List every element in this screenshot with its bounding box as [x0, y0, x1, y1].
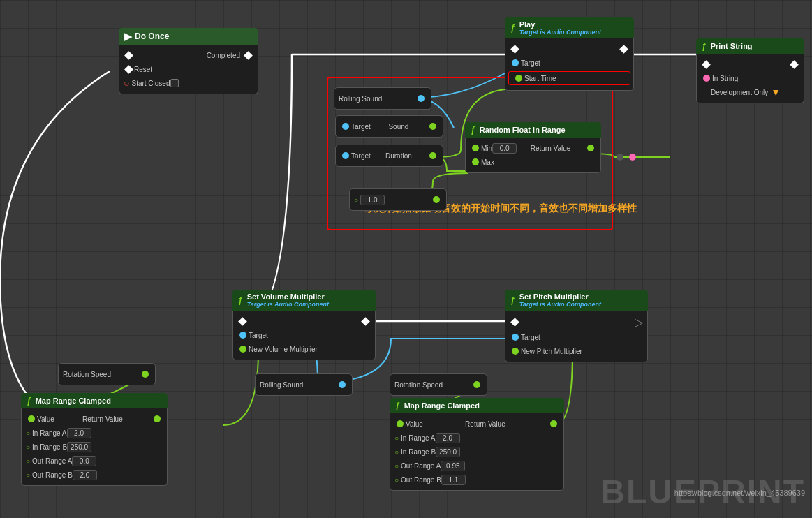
print-instring-pin — [703, 75, 710, 82]
play-exec-out — [619, 45, 628, 54]
mr1-inb-label: In Range B — [32, 443, 67, 451]
setpitch-newpitch-label: New Pitch Multiplier — [521, 348, 582, 355]
rolling-sound-1-label: Rolling Sound — [339, 95, 382, 103]
svg-point-1 — [629, 154, 636, 161]
rolling-sound-1-pin — [418, 95, 425, 102]
get-sound-sound-label: Sound — [388, 123, 408, 131]
print-devonly-label: Development Only — [701, 89, 768, 96]
svg-point-0 — [617, 154, 623, 161]
random-f-icon: ƒ — [471, 125, 475, 135]
play-title: Play — [519, 20, 601, 29]
random-float-node: ƒ Random Float in Range Min 0.0 Return V… — [465, 122, 601, 173]
mr2-return-pin — [550, 420, 557, 427]
rolling-sound-1-node: Rolling Sound — [334, 87, 431, 110]
print-instring-label: In String — [712, 75, 738, 82]
random-return-pin — [587, 145, 594, 151]
mr2-outa-label: Out Range A — [401, 462, 441, 470]
setvol-title: Set Volume Multiplier — [247, 293, 329, 301]
play-exec-in — [510, 45, 519, 54]
mr2-value-pin — [397, 420, 404, 427]
url-text: https://blog.csdn.net/weixin_45389639 — [674, 489, 805, 497]
map-range-2-node: ƒ Map Range Clamped Value Return Value ○… — [390, 398, 564, 491]
play-starttime-label: Start Time — [524, 75, 556, 82]
get-duration-node: Target Duration — [335, 145, 443, 167]
do-once-exec-in — [124, 51, 133, 60]
value-1-out — [433, 196, 440, 203]
mr1-return-pin — [154, 415, 161, 422]
maprange2-f-icon: ƒ — [395, 401, 400, 410]
rotation-speed-1-label: Rotation Speed — [63, 371, 111, 378]
get-sound-out — [429, 123, 436, 130]
setvol-f-icon: ƒ — [238, 295, 243, 305]
setpitch-exec-in — [510, 318, 519, 327]
rolling-sound-2-pin — [339, 381, 346, 388]
print-title: Print String — [711, 42, 753, 50]
do-once-icon: ▶ — [124, 31, 132, 42]
rotation-speed-2-pin — [473, 381, 480, 388]
do-once-exec-out — [244, 51, 253, 60]
get-duration-out — [429, 152, 436, 159]
mr1-outb-val[interactable]: 2.0 — [73, 470, 97, 480]
mr1-return-label: Return Value — [82, 415, 123, 423]
maprange1-title: Map Range Clamped — [36, 397, 111, 405]
start-closed-label: Start Closed — [131, 80, 170, 87]
mr1-outa-label: Out Range A — [32, 457, 72, 465]
rolling-sound-2-node: Rolling Sound — [255, 373, 353, 396]
rotation-speed-1-pin — [142, 371, 149, 378]
setpitch-newpitch-pin — [512, 348, 519, 355]
mr2-value-label: Value — [406, 420, 423, 428]
set-volume-node: ƒ Set Volume Multiplier Target is Audio … — [232, 290, 376, 360]
play-starttime-pin — [515, 75, 522, 82]
setvol-subtitle: Target is Audio Component — [247, 301, 329, 308]
setvol-exec-in — [238, 317, 247, 326]
setpitch-title: Set Pitch Multiplier — [519, 293, 601, 301]
completed-label: Completed — [207, 52, 240, 59]
do-once-node: ▶ Do Once Completed Reset ○ Start Closed — [119, 28, 258, 94]
mr1-outb-label: Out Range B — [32, 471, 73, 479]
random-return-label: Return Value — [531, 145, 571, 152]
setvol-exec-out — [361, 317, 370, 326]
rolling-sound-2-label: Rolling Sound — [260, 381, 303, 389]
mr2-outa-val[interactable]: 0.95 — [441, 461, 465, 471]
random-max-pin — [472, 158, 479, 165]
mr1-ina-val[interactable]: 2.0 — [67, 428, 91, 438]
setvol-target-pin — [239, 332, 246, 339]
mr2-outb-label: Out Range B — [401, 476, 441, 484]
get-sound-target-pin — [342, 123, 349, 130]
reset-label: Reset — [134, 66, 152, 73]
print-exec-out — [790, 60, 799, 69]
mr1-ina-label: In Range A — [32, 429, 66, 437]
mr1-value-pin — [28, 415, 35, 422]
mr1-inb-val[interactable]: 250.0 — [67, 442, 91, 452]
mr2-ina-val[interactable]: 2.0 — [436, 433, 460, 443]
setpitch-target-label: Target — [521, 334, 540, 341]
mr1-value-label: Value — [37, 415, 54, 423]
random-min-pin — [472, 145, 479, 151]
mr2-inb-val[interactable]: 250.0 — [436, 447, 460, 457]
rotation-speed-2-node: Rotation Speed — [390, 373, 487, 396]
play-subtitle: Target is Audio Component — [519, 29, 601, 36]
mr2-outb-val[interactable]: 1.1 — [441, 475, 466, 485]
get-sound-node: Target Sound — [335, 115, 443, 138]
mr1-outa-val[interactable]: 0.0 — [72, 456, 96, 466]
mr2-inb-label: In Range B — [401, 448, 436, 456]
play-target-label: Target — [521, 59, 540, 67]
maprange2-title: Map Range Clamped — [404, 401, 480, 410]
maprange1-f-icon: ƒ — [27, 396, 31, 406]
random-max-label: Max — [481, 158, 494, 166]
play-f-icon: ƒ — [510, 23, 515, 33]
random-min-val[interactable]: 0.0 — [492, 143, 517, 154]
play-node: ƒ Play Target is Audio Component Target … — [505, 17, 634, 91]
mr2-ina-label: In Range A — [401, 434, 435, 442]
do-once-title: Do Once — [135, 31, 169, 41]
print-string-node: ƒ Print String In String Development Onl… — [696, 38, 804, 103]
get-duration-target-pin — [342, 152, 349, 159]
setpitch-f-icon: ƒ — [510, 295, 515, 305]
value-1-val[interactable]: 1.0 — [360, 195, 385, 205]
random-title: Random Float in Range — [480, 126, 566, 134]
setvol-newvol-label: New Volume Multiplier — [249, 346, 318, 353]
reset-pin — [124, 65, 133, 74]
random-min-label: Min — [481, 145, 492, 152]
set-pitch-node: ƒ Set Pitch Multiplier Target is Audio C… — [505, 290, 648, 362]
start-closed-checkbox[interactable] — [170, 79, 179, 87]
